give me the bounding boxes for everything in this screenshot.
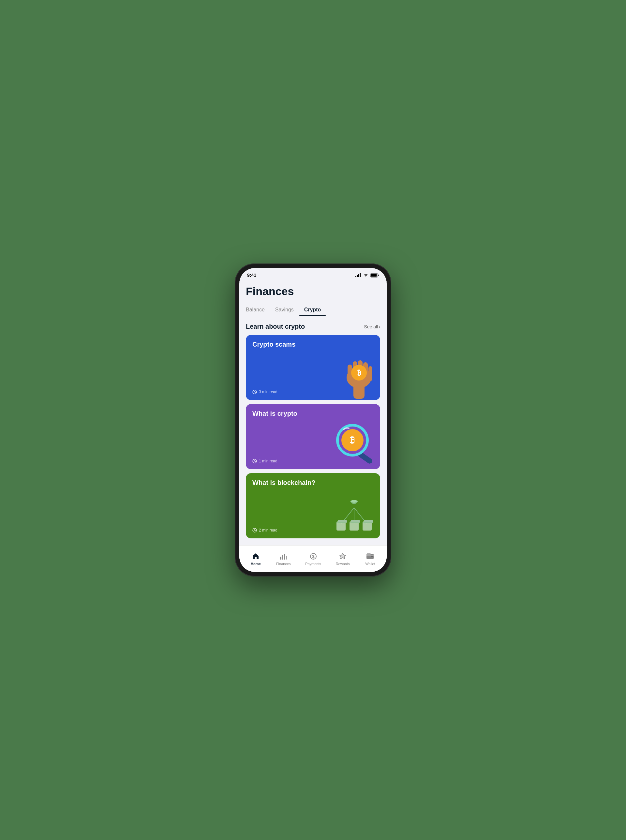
tabs-container: Balance Savings Crypto bbox=[246, 304, 380, 316]
svg-text:₿: ₿ bbox=[357, 369, 361, 377]
svg-rect-44 bbox=[284, 554, 285, 560]
rewards-icon bbox=[338, 552, 347, 560]
svg-line-22 bbox=[255, 461, 256, 462]
clock-icon-3 bbox=[252, 528, 257, 532]
nav-label-payments: Payments bbox=[305, 562, 321, 566]
scroll-content: Finances Balance Savings Crypto Learn ab… bbox=[239, 282, 387, 545]
phone-frame: 9:41 bbox=[235, 263, 391, 577]
card-what-is-blockchain[interactable]: What is blockchain? 2 min read bbox=[246, 473, 380, 538]
payments-icon: $ bbox=[309, 552, 318, 560]
tab-crypto[interactable]: Crypto bbox=[299, 304, 326, 316]
svg-text:$: $ bbox=[312, 554, 315, 559]
svg-rect-40 bbox=[364, 520, 373, 523]
read-time-1: 3 min read bbox=[259, 389, 277, 394]
illustration-blockchain bbox=[328, 498, 380, 538]
nav-label-wallet: Wallet bbox=[366, 562, 375, 566]
svg-line-9 bbox=[255, 392, 256, 393]
home-icon bbox=[251, 552, 260, 560]
signal-icon bbox=[355, 273, 361, 277]
section-title: Learn about crypto bbox=[246, 323, 305, 330]
clock-icon-2 bbox=[252, 459, 257, 463]
card-what-is-crypto[interactable]: What is crypto 1 min read bbox=[246, 404, 380, 469]
svg-rect-34 bbox=[338, 520, 347, 523]
svg-rect-37 bbox=[351, 520, 360, 523]
svg-rect-43 bbox=[282, 555, 283, 560]
svg-rect-42 bbox=[280, 557, 282, 560]
nav-label-home: Home bbox=[251, 562, 261, 566]
read-time-3: 2 min read bbox=[259, 528, 277, 532]
tab-balance[interactable]: Balance bbox=[246, 304, 270, 316]
status-bar: 9:41 bbox=[239, 268, 387, 282]
svg-rect-3 bbox=[360, 273, 361, 277]
card-title-1: Crypto scams bbox=[252, 341, 325, 348]
svg-rect-5 bbox=[378, 275, 379, 276]
battery-icon bbox=[370, 273, 379, 277]
bottom-nav: Home Finances bbox=[239, 545, 387, 572]
svg-rect-6 bbox=[371, 274, 377, 277]
illustration-hand-btc: ₿ bbox=[338, 343, 380, 400]
see-all-link[interactable]: See all › bbox=[364, 324, 380, 329]
read-time-2: 1 min read bbox=[259, 459, 277, 463]
status-time: 9:41 bbox=[247, 272, 256, 278]
svg-rect-2 bbox=[358, 274, 359, 277]
card-title-2: What is crypto bbox=[252, 410, 325, 418]
nav-home[interactable]: Home bbox=[246, 550, 265, 568]
nav-wallet[interactable]: Wallet bbox=[361, 550, 380, 568]
phone-screen: 9:41 bbox=[239, 268, 387, 572]
illustration-magnify-btc: ₿ bbox=[331, 416, 380, 469]
status-icons bbox=[355, 273, 379, 277]
clock-icon-1 bbox=[252, 389, 257, 394]
svg-rect-1 bbox=[357, 275, 358, 277]
nav-label-finances: Finances bbox=[276, 562, 291, 566]
svg-rect-0 bbox=[355, 276, 356, 277]
svg-line-29 bbox=[255, 530, 256, 531]
svg-rect-51 bbox=[367, 554, 371, 555]
tab-savings[interactable]: Savings bbox=[270, 304, 299, 316]
cards-list: Crypto scams 3 min read bbox=[246, 335, 380, 544]
nav-payments[interactable]: $ Payments bbox=[301, 550, 325, 568]
svg-text:₿: ₿ bbox=[350, 435, 355, 445]
finances-icon bbox=[279, 552, 288, 560]
nav-rewards[interactable]: Rewards bbox=[332, 550, 354, 568]
card-title-3: What is blockchain? bbox=[252, 479, 325, 486]
wifi-icon bbox=[363, 273, 368, 277]
nav-finances[interactable]: Finances bbox=[272, 550, 295, 568]
page-title: Finances bbox=[246, 285, 380, 298]
svg-rect-45 bbox=[286, 556, 286, 560]
svg-rect-50 bbox=[371, 556, 373, 557]
card-crypto-scams[interactable]: Crypto scams 3 min read bbox=[246, 335, 380, 400]
wallet-icon bbox=[366, 552, 375, 560]
svg-rect-16 bbox=[368, 366, 372, 381]
section-header: Learn about crypto See all › bbox=[246, 323, 380, 330]
nav-label-rewards: Rewards bbox=[336, 562, 350, 566]
